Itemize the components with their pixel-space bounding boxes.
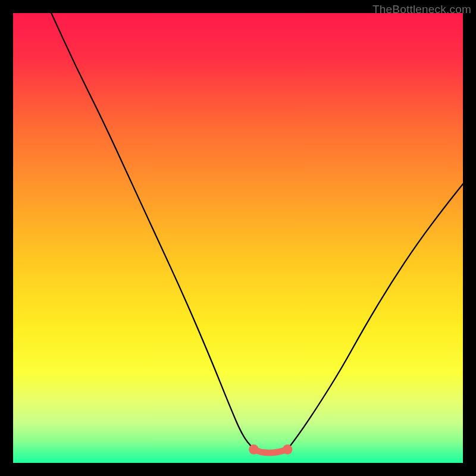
watermark-text: TheBottleneck.com	[372, 3, 471, 16]
plot-area	[13, 13, 463, 463]
chart-frame: TheBottleneck.com	[0, 0, 476, 476]
background-gradient	[13, 13, 463, 463]
svg-rect-0	[13, 13, 463, 463]
